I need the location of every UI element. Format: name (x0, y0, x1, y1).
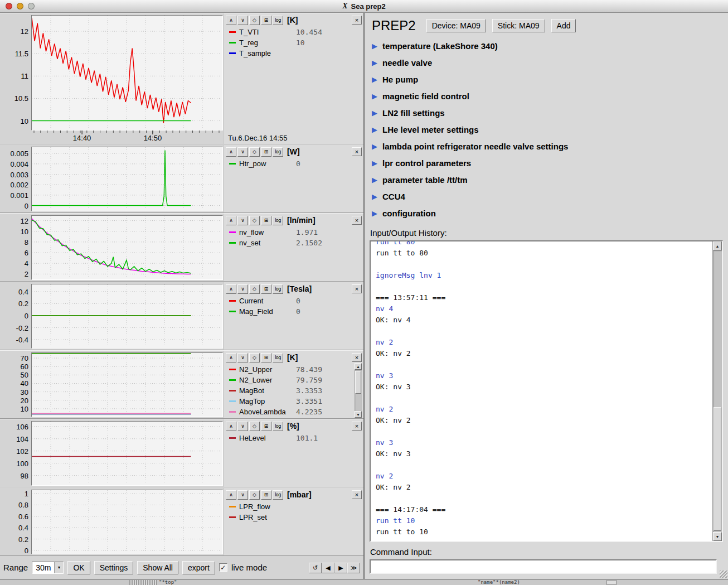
log-scale-button[interactable]: log (273, 147, 283, 157)
scrollbar-trough[interactable] (713, 250, 722, 532)
scrollbar-thumb[interactable] (355, 371, 361, 394)
device-button[interactable]: Device: MA09 (426, 19, 486, 32)
prep2-item[interactable]: ▶magnetic field control (372, 88, 728, 104)
plot-area[interactable] (31, 147, 223, 211)
log-scale-button[interactable]: log (273, 422, 283, 431)
axes-settings-button[interactable]: ⊞ (261, 422, 271, 431)
panel-close-button[interactable]: × (352, 147, 362, 156)
scroll-plot-down-button[interactable]: ∨ (237, 147, 248, 157)
add-button[interactable]: Add (551, 19, 576, 32)
show-all-button[interactable]: Show All (137, 561, 178, 574)
io-history-console[interactable]: run tt 80run tt to 80 ignoreMsg lnv 1 ==… (370, 240, 723, 542)
scroll-plot-down-button[interactable]: ∨ (237, 422, 248, 431)
legend-item[interactable]: HeLevel101.1 (226, 433, 362, 443)
scroll-plot-up-button[interactable]: ∧ (226, 353, 236, 362)
window-zoom-button[interactable] (28, 3, 35, 9)
legend-item[interactable]: N2_Lower79.759 (226, 375, 353, 385)
pan-left-button[interactable]: ◀ (322, 563, 334, 573)
zoom-mode-button[interactable]: ◇ (249, 353, 260, 362)
scroll-plot-down-button[interactable]: ∨ (237, 353, 248, 362)
range-select[interactable]: 30m ▼ (32, 562, 64, 574)
axes-settings-button[interactable]: ⊞ (261, 147, 271, 157)
zoom-mode-button[interactable]: ◇ (249, 147, 260, 157)
zoom-mode-button[interactable]: ◇ (249, 422, 260, 431)
legend-item[interactable]: MagTop3.3351 (226, 396, 353, 407)
axes-settings-button[interactable]: ⊞ (261, 353, 271, 362)
legend-item[interactable]: Mag_Field0 (226, 306, 362, 317)
axes-settings-button[interactable]: ⊞ (261, 216, 271, 225)
scroll-plot-up-button[interactable]: ∧ (226, 216, 236, 225)
legend-item[interactable]: MagBot3.3353 (226, 385, 353, 396)
legend-item[interactable]: LPR_set (226, 512, 362, 523)
plot-area[interactable] (31, 15, 223, 130)
pan-right-button[interactable]: ▶ (334, 563, 347, 573)
prep2-item[interactable]: ▶parameter table /tt/tm (372, 171, 728, 188)
scrollbar-trough[interactable] (355, 370, 362, 411)
scrollbar-thumb[interactable] (714, 407, 721, 531)
axes-settings-button[interactable]: ⊞ (261, 284, 271, 294)
scroll-plot-up-button[interactable]: ∧ (226, 16, 236, 25)
plot-area[interactable] (31, 215, 223, 280)
log-scale-button[interactable]: log (273, 490, 283, 500)
console-scrollbar[interactable]: ▲ ▼ (712, 241, 722, 541)
scroll-down-icon[interactable]: ▼ (355, 411, 362, 418)
legend-item[interactable]: AboveLambda4.2235 (226, 407, 353, 417)
zoom-mode-button[interactable]: ◇ (249, 490, 260, 500)
panel-close-button[interactable]: × (352, 284, 362, 293)
axes-settings-button[interactable]: ⊞ (261, 490, 271, 500)
legend-item[interactable]: T_reg10 (226, 37, 362, 48)
panel-close-button[interactable]: × (352, 16, 362, 25)
prep2-item[interactable]: ▶lambda point refrigerator needle valve … (372, 138, 728, 154)
scroll-plot-down-button[interactable]: ∨ (237, 16, 248, 25)
prep2-item[interactable]: ▶CCU4 (372, 188, 728, 205)
plot-area[interactable] (31, 421, 223, 486)
resize-grip[interactable] (720, 571, 727, 578)
panel-close-button[interactable]: × (352, 490, 362, 499)
log-scale-button[interactable]: log (273, 216, 283, 225)
prep2-item[interactable]: ▶He pump (372, 71, 728, 88)
scroll-plot-down-button[interactable]: ∨ (237, 284, 248, 294)
legend-item[interactable]: N2_Upper78.439 (226, 364, 353, 375)
legend-item[interactable]: Current0 (226, 296, 362, 306)
legend-item[interactable]: LPR_flow (226, 501, 362, 512)
prep2-item[interactable]: ▶configuration (372, 205, 728, 221)
prep2-item[interactable]: ▶lpr control parameters (372, 154, 728, 171)
export-button[interactable]: export (182, 561, 215, 574)
legend-item[interactable]: Htr_pow0 (226, 158, 362, 169)
log-scale-button[interactable]: log (273, 16, 283, 25)
prep2-item[interactable]: ▶needle valve (372, 54, 728, 71)
scroll-plot-down-button[interactable]: ∨ (237, 216, 248, 225)
panel-close-button[interactable]: × (352, 422, 362, 431)
scroll-up-icon[interactable]: ▲ (355, 363, 362, 370)
legend-item[interactable]: T_sample (226, 48, 362, 59)
plot-area[interactable] (31, 284, 223, 349)
window-titlebar[interactable]: X Sea prep2 (0, 0, 728, 13)
legend-item[interactable]: nv_flow1.971 (226, 227, 362, 238)
log-scale-button[interactable]: log (273, 353, 283, 362)
scroll-plot-up-button[interactable]: ∧ (226, 147, 236, 157)
plot-area[interactable] (31, 490, 223, 554)
console-text[interactable]: run tt 80run tt to 80 ignoreMsg lnv 1 ==… (371, 241, 712, 541)
ok-button[interactable]: OK (67, 561, 90, 574)
settings-button[interactable]: Settings (94, 561, 134, 574)
scroll-plot-down-button[interactable]: ∨ (237, 490, 248, 500)
prep2-item[interactable]: ▶LHe level meter settings (372, 121, 728, 138)
command-input[interactable] (370, 559, 717, 574)
zoom-mode-button[interactable]: ◇ (249, 216, 260, 225)
legend-scrollbar[interactable]: ▲ ▼ (355, 363, 362, 418)
window-close-button[interactable] (6, 3, 12, 9)
panel-close-button[interactable]: × (352, 216, 362, 225)
scroll-plot-up-button[interactable]: ∧ (226, 490, 236, 500)
window-minimize-button[interactable] (17, 3, 23, 9)
plot-area[interactable] (31, 352, 223, 417)
panel-close-button[interactable]: × (352, 353, 362, 362)
scroll-down-icon[interactable]: ▼ (713, 532, 722, 541)
live-mode-checkbox[interactable]: ✓ (219, 563, 227, 572)
zoom-mode-button[interactable]: ◇ (249, 284, 260, 294)
chevron-down-icon[interactable]: ▼ (54, 562, 63, 573)
legend-item[interactable]: nv_set2.1502 (226, 238, 362, 248)
prep2-item[interactable]: ▶temperature (LakeShore 340) (372, 37, 728, 54)
scroll-plot-up-button[interactable]: ∧ (226, 422, 236, 431)
legend-item[interactable]: T_VTI10.454 (226, 27, 362, 37)
jump-to-end-button[interactable]: ≫ (347, 563, 360, 573)
